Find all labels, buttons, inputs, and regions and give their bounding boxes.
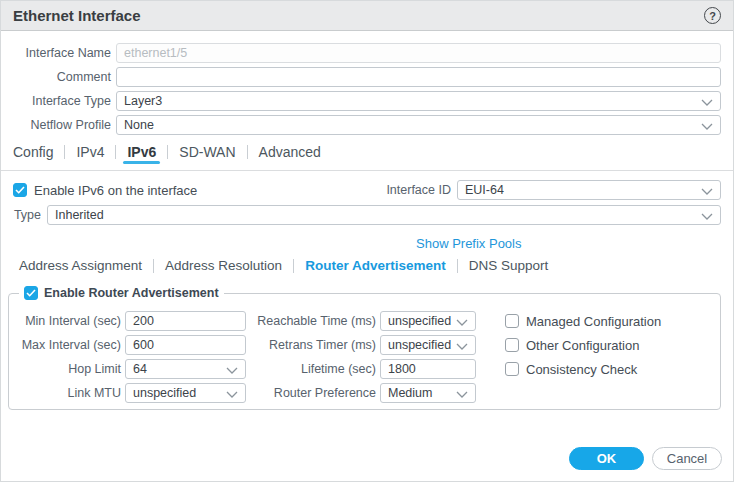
other-configuration-row: Other Configuration: [505, 335, 661, 355]
ipv6-type-select[interactable]: Inherited: [47, 205, 721, 225]
interface-id-select[interactable]: EUI-64: [457, 180, 721, 200]
interface-name-label: Interface Name: [1, 46, 111, 60]
reachable-time-select[interactable]: unspecified: [380, 311, 476, 331]
chevron-down-icon: [456, 384, 468, 402]
interface-type-select[interactable]: Layer3: [116, 91, 721, 111]
tab-ipv4[interactable]: IPv4: [76, 144, 104, 160]
hop-limit-value: 64: [133, 362, 226, 376]
other-configuration-checkbox[interactable]: [505, 338, 519, 352]
tab-separator: [457, 259, 458, 273]
comment-label: Comment: [1, 70, 111, 84]
ipv6-type-value: Inherited: [55, 208, 701, 222]
retrans-timer-label: Retrans Timer (ms): [250, 338, 376, 352]
subtab-dns-support[interactable]: DNS Support: [469, 258, 549, 273]
tab-separator: [293, 259, 294, 273]
link-mtu-row: Link MTU unspecified: [17, 383, 246, 403]
min-interval-label: Min Interval (sec): [17, 314, 121, 328]
reachable-time-label: Reachable Time (ms): [250, 314, 376, 328]
managed-configuration-label: Managed Configuration: [526, 314, 661, 329]
ra-column-3: Managed Configuration Other Configuratio…: [505, 311, 661, 383]
lifetime-label: Lifetime (sec): [250, 362, 376, 376]
show-prefix-pools-link[interactable]: Show Prefix Pools: [416, 236, 522, 251]
ipv6-header-row: Enable IPv6 on the interface Interface I…: [13, 180, 721, 200]
hop-limit-row: Hop Limit 64: [17, 359, 246, 379]
tab-separator: [153, 259, 154, 273]
tab-separator: [167, 145, 168, 159]
chevron-down-icon: [701, 181, 713, 199]
managed-configuration-row: Managed Configuration: [505, 311, 661, 331]
consistency-check-checkbox[interactable]: [505, 362, 519, 376]
check-icon: [26, 289, 36, 297]
consistency-check-label: Consistency Check: [526, 362, 637, 377]
interface-type-label: Interface Type: [1, 94, 111, 108]
help-icon[interactable]: ?: [704, 7, 721, 24]
reachable-time-row: Reachable Time (ms) unspecified: [250, 311, 476, 331]
chevron-down-icon: [701, 116, 713, 134]
prefix-pools-row: Show Prefix Pools: [416, 234, 733, 249]
interface-id-value: EUI-64: [465, 183, 701, 197]
router-preference-select[interactable]: Medium: [380, 383, 476, 403]
interface-type-value: Layer3: [124, 94, 701, 108]
router-advertisement-fieldset: Enable Router Advertisement Min Interval…: [8, 293, 721, 410]
netflow-profile-row: Netflow Profile None: [1, 115, 721, 135]
dialog-footer: OK Cancel: [1, 447, 722, 470]
ipv6-subtab-bar: Address Assignment Address Resolution Ro…: [19, 257, 733, 274]
ipv6-type-label: Type: [1, 208, 41, 222]
chevron-down-icon: [226, 384, 238, 402]
tab-separator: [115, 145, 116, 159]
enable-router-advertisement-label: Enable Router Advertisement: [44, 286, 219, 300]
ok-button[interactable]: OK: [569, 447, 644, 470]
hop-limit-label: Hop Limit: [17, 362, 121, 376]
ra-column-2: Reachable Time (ms) unspecified Retrans …: [250, 311, 476, 407]
lifetime-field[interactable]: [380, 359, 476, 379]
chevron-down-icon: [701, 206, 713, 224]
managed-configuration-checkbox[interactable]: [505, 314, 519, 328]
tab-separator: [64, 145, 65, 159]
max-interval-row: Max Interval (sec): [17, 335, 246, 355]
hop-limit-select[interactable]: 64: [125, 359, 246, 379]
comment-field[interactable]: [116, 67, 721, 87]
interface-type-row: Interface Type Layer3: [1, 91, 721, 111]
other-configuration-label: Other Configuration: [526, 338, 639, 353]
link-mtu-select[interactable]: unspecified: [125, 383, 246, 403]
max-interval-field[interactable]: [125, 335, 246, 355]
subtab-router-advertisement[interactable]: Router Advertisement: [305, 258, 446, 273]
enable-ipv6-label: Enable IPv6 on the interface: [34, 183, 197, 198]
cancel-button[interactable]: Cancel: [652, 447, 722, 470]
consistency-check-row: Consistency Check: [505, 359, 661, 379]
tab-advanced[interactable]: Advanced: [259, 144, 321, 160]
netflow-profile-select[interactable]: None: [116, 115, 721, 135]
netflow-profile-value: None: [124, 118, 701, 132]
min-interval-field[interactable]: [125, 311, 246, 331]
comment-row: Comment: [1, 67, 721, 87]
enable-ipv6-checkbox[interactable]: [13, 183, 27, 197]
tab-divider: [1, 170, 733, 171]
retrans-timer-select[interactable]: unspecified: [380, 335, 476, 355]
check-icon: [15, 186, 25, 194]
reachable-time-value: unspecified: [388, 314, 456, 328]
chevron-down-icon: [456, 336, 468, 354]
interface-id-label: Interface ID: [386, 183, 451, 197]
subtab-address-resolution[interactable]: Address Resolution: [165, 258, 282, 273]
retrans-timer-row: Retrans Timer (ms) unspecified: [250, 335, 476, 355]
tab-ipv6[interactable]: IPv6: [127, 144, 156, 160]
lifetime-row: Lifetime (sec): [250, 359, 476, 379]
router-preference-row: Router Preference Medium: [250, 383, 476, 403]
router-preference-value: Medium: [388, 386, 456, 400]
ipv6-type-row: Type Inherited: [1, 205, 721, 225]
router-preference-label: Router Preference: [250, 386, 376, 400]
max-interval-label: Max Interval (sec): [17, 338, 121, 352]
interface-name-field: [116, 43, 721, 63]
min-interval-row: Min Interval (sec): [17, 311, 246, 331]
router-advertisement-legend: Enable Router Advertisement: [19, 286, 224, 300]
tab-sdwan[interactable]: SD-WAN: [179, 144, 235, 160]
subtab-address-assignment[interactable]: Address Assignment: [19, 258, 142, 273]
chevron-down-icon: [226, 360, 238, 378]
chevron-down-icon: [701, 92, 713, 110]
link-mtu-value: unspecified: [133, 386, 226, 400]
ra-column-1: Min Interval (sec) Max Interval (sec) Ho…: [17, 311, 246, 407]
netflow-profile-label: Netflow Profile: [1, 118, 111, 132]
link-mtu-label: Link MTU: [17, 386, 121, 400]
tab-config[interactable]: Config: [13, 144, 53, 160]
enable-router-advertisement-checkbox[interactable]: [24, 286, 38, 300]
